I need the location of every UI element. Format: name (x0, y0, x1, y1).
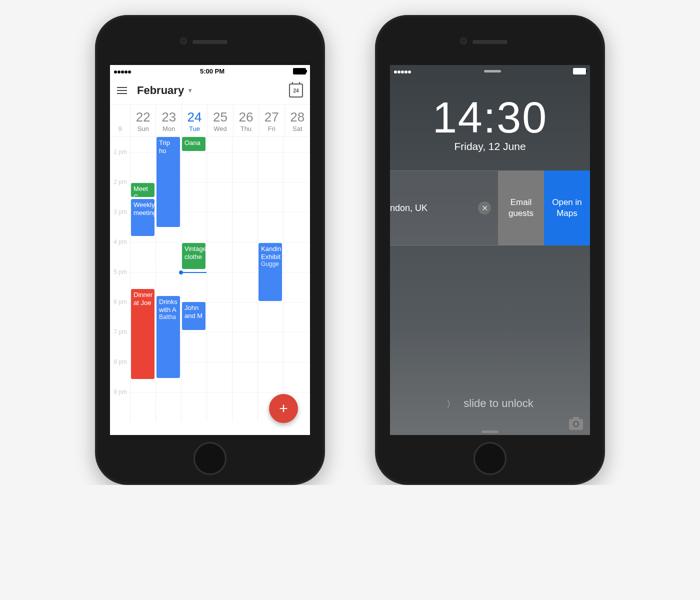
event-drinks[interactable]: Drinks with A Baltha (156, 296, 180, 378)
add-event-fab[interactable]: + (269, 394, 298, 423)
phone-frame-left: 5:00 PM February ▼ 24 9 22 Sun 23 Mon 24 (95, 15, 325, 485)
event-john[interactable]: John and M (182, 302, 206, 330)
month-label: February (137, 84, 184, 97)
event-weekly[interactable]: Weekly meeting (131, 199, 154, 236)
signal-dots-icon (394, 68, 412, 75)
now-indicator (181, 272, 206, 273)
menu-icon[interactable] (117, 87, 127, 94)
month-dropdown[interactable]: February ▼ (137, 84, 193, 97)
notification-row[interactable]: ndon, UK ✕ Email guests Open in Maps (390, 170, 590, 246)
notification-body[interactable]: ndon, UK ✕ (390, 170, 498, 246)
day-header[interactable]: 22 Sun (130, 104, 156, 136)
calendar-body[interactable]: 1 pm 2 pm 3 pm 4 pm 5 pm 6 pm 7 pm 8 pm … (110, 137, 310, 422)
today-icon[interactable]: 24 (289, 84, 303, 98)
phone-frame-right: 14:30 Friday, 12 June ndon, UK ✕ Email g… (375, 15, 605, 485)
now-indicator-dot (179, 270, 183, 274)
home-button[interactable] (194, 442, 226, 475)
status-bar: 5:00 PM (110, 65, 310, 77)
status-bar (390, 65, 590, 77)
week-number: 9 (110, 104, 130, 136)
event-trip[interactable]: Trip ho (156, 137, 180, 227)
day-header[interactable]: 23 Mon (156, 104, 181, 136)
email-guests-button[interactable]: Email guests (498, 170, 544, 246)
caret-down-icon: ▼ (187, 87, 193, 94)
grabber-icon[interactable] (484, 70, 501, 72)
calendar-header: February ▼ 24 (110, 77, 310, 104)
grabber-icon[interactable] (482, 430, 498, 433)
statusbar-time: 5:00 PM (200, 68, 224, 75)
event-oana[interactable]: Oana (182, 137, 206, 151)
event-kandin[interactable]: Kandin Exhibit Gugge (258, 243, 282, 301)
day-header[interactable]: 28 Sat (284, 104, 310, 136)
open-in-maps-button[interactable]: Open in Maps (544, 170, 590, 246)
slide-to-unlock[interactable]: 〉 slide to unlock (390, 397, 590, 410)
lock-screen: 14:30 Friday, 12 June ndon, UK ✕ Email g… (390, 65, 590, 435)
days-header-row: 9 22 Sun 23 Mon 24 Tue 25 Wed 26 Thu (110, 104, 310, 137)
time-gutter: 1 pm 2 pm 3 pm 4 pm 5 pm 6 pm 7 pm 8 pm … (110, 137, 130, 422)
day-header-today[interactable]: 24 Tue (182, 104, 207, 136)
chevron-right-icon: 〉 (446, 399, 456, 409)
event-dinner[interactable]: Dinner at Joe (131, 289, 154, 379)
day-header[interactable]: 27 Fri (258, 104, 284, 136)
camera-icon[interactable] (569, 419, 583, 430)
notification-location: ndon, UK (390, 203, 428, 214)
day-header[interactable]: 25 Wed (207, 104, 232, 136)
day-header[interactable]: 26 Thu (233, 104, 258, 136)
battery-icon (293, 68, 306, 74)
calendar-screen: 5:00 PM February ▼ 24 9 22 Sun 23 Mon 24 (110, 65, 310, 435)
lock-date: Friday, 12 June (390, 140, 590, 152)
signal-dots-icon (114, 68, 132, 75)
close-icon[interactable]: ✕ (478, 202, 491, 214)
event-meet[interactable]: Meet C (131, 183, 154, 197)
battery-icon (573, 68, 586, 74)
lock-time: 14:30 (390, 92, 590, 143)
event-vintage[interactable]: Vintage clothe (182, 243, 206, 269)
home-button[interactable] (474, 442, 506, 475)
calendar-grid[interactable]: Meet C Weekly meeting Dinner at Joe Trip… (130, 137, 310, 422)
